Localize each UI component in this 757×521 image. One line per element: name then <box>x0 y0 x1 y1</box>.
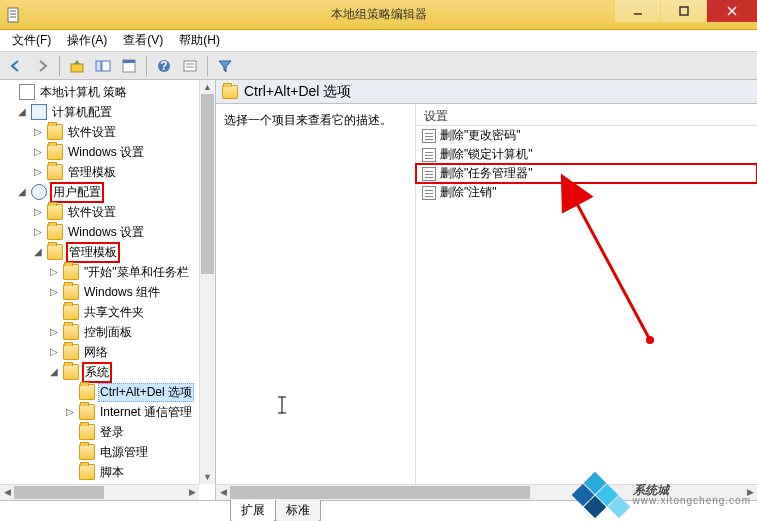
close-button[interactable] <box>707 0 757 22</box>
column-header-setting[interactable]: 设置 <box>416 106 757 126</box>
folder-icon <box>222 85 238 99</box>
tree-label: Internet 通信管理 <box>98 404 194 421</box>
tree-label: 电源管理 <box>98 444 150 461</box>
folder-icon <box>63 304 79 320</box>
folder-icon <box>63 284 79 300</box>
tree-label: 软件设置 <box>66 124 118 141</box>
properties-button[interactable] <box>117 54 141 78</box>
minimize-button[interactable] <box>615 0 660 22</box>
tree-user-config[interactable]: ◢用户配置 <box>0 182 215 202</box>
tree-pane: ▷本地计算机 策略 ◢计算机配置 ▷软件设置 ▷Windows 设置 ▷管理模板… <box>0 80 216 500</box>
tree-control-panel[interactable]: ▷控制面板 <box>0 322 215 342</box>
tree-label: "开始"菜单和任务栏 <box>82 264 191 281</box>
tree-start-taskbar[interactable]: ▷"开始"菜单和任务栏 <box>0 262 215 282</box>
description-prompt: 选择一个项目来查看它的描述。 <box>224 113 392 127</box>
forward-button[interactable] <box>30 54 54 78</box>
folder-icon <box>63 324 79 340</box>
watermark-url: www.xitongcheng.com <box>633 496 752 506</box>
svg-rect-5 <box>680 7 688 15</box>
window-title: 本地组策略编辑器 <box>331 6 427 23</box>
tree-label: 软件设置 <box>66 204 118 221</box>
list-item[interactable]: 删除"注销" <box>416 183 757 202</box>
policy-tree[interactable]: ▷本地计算机 策略 ◢计算机配置 ▷软件设置 ▷Windows 设置 ▷管理模板… <box>0 80 215 484</box>
tree-internet-comm[interactable]: ▷Internet 通信管理 <box>0 402 215 422</box>
tree-computer-config[interactable]: ◢计算机配置 <box>0 102 215 122</box>
tree-horizontal-scrollbar[interactable]: ◀▶ <box>0 484 199 500</box>
tree-label: Windows 组件 <box>82 284 162 301</box>
menu-view[interactable]: 查看(V) <box>115 30 171 51</box>
item-label: 删除"更改密码" <box>440 127 521 144</box>
maximize-button[interactable] <box>661 0 706 22</box>
menu-file[interactable]: 文件(F) <box>4 30 59 51</box>
tree-label: 管理模板 <box>66 242 120 263</box>
options-button[interactable] <box>178 54 202 78</box>
tab-standard[interactable]: 标准 <box>275 500 321 521</box>
list-item-task-manager[interactable]: 删除"任务管理器" <box>416 164 757 183</box>
svg-rect-8 <box>71 64 83 72</box>
folder-icon <box>79 464 95 480</box>
tree-cc-templates[interactable]: ▷管理模板 <box>0 162 215 182</box>
svg-rect-15 <box>184 61 196 71</box>
app-icon <box>6 7 22 23</box>
svg-rect-0 <box>8 8 18 22</box>
tree-logon[interactable]: ▷登录 <box>0 422 215 442</box>
item-label: 删除"注销" <box>440 184 497 201</box>
tree-system[interactable]: ◢系统 <box>0 362 215 382</box>
tree-scripts[interactable]: ▷脚本 <box>0 462 215 482</box>
tree-ctrl-alt-del[interactable]: ▷Ctrl+Alt+Del 选项 <box>0 382 215 402</box>
watermark-logo <box>571 475 627 515</box>
tree-label: 计算机配置 <box>50 104 114 121</box>
filter-button[interactable] <box>213 54 237 78</box>
svg-rect-10 <box>102 61 110 71</box>
tree-win-components[interactable]: ▷Windows 组件 <box>0 282 215 302</box>
tree-label: 脚本 <box>98 464 126 481</box>
folder-icon <box>47 244 63 260</box>
tab-extended[interactable]: 扩展 <box>230 500 276 521</box>
folder-icon <box>63 344 79 360</box>
menu-action[interactable]: 操作(A) <box>59 30 115 51</box>
tree-label: Ctrl+Alt+Del 选项 <box>98 383 194 402</box>
menu-help[interactable]: 帮助(H) <box>171 30 228 51</box>
description-column: 选择一个项目来查看它的描述。 <box>216 104 416 484</box>
svg-rect-12 <box>123 60 135 63</box>
tree-shared-folders[interactable]: ▷共享文件夹 <box>0 302 215 322</box>
tree-cc-software[interactable]: ▷软件设置 <box>0 122 215 142</box>
show-hide-tree-button[interactable] <box>91 54 115 78</box>
tree-label: 共享文件夹 <box>82 304 146 321</box>
tree-label: 网络 <box>82 344 110 361</box>
back-button[interactable] <box>4 54 28 78</box>
tree-label: 控制面板 <box>82 324 134 341</box>
title-bar: 本地组策略编辑器 <box>0 0 757 30</box>
tree-uc-software[interactable]: ▷软件设置 <box>0 202 215 222</box>
folder-icon <box>79 424 95 440</box>
menu-bar: 文件(F) 操作(A) 查看(V) 帮助(H) <box>0 30 757 52</box>
folder-icon <box>79 384 95 400</box>
policy-item-icon <box>422 167 436 181</box>
list-item[interactable]: 删除"更改密码" <box>416 126 757 145</box>
tree-cc-windows[interactable]: ▷Windows 设置 <box>0 142 215 162</box>
policy-item-icon <box>422 186 436 200</box>
policy-icon <box>19 84 35 100</box>
tree-uc-windows[interactable]: ▷Windows 设置 <box>0 222 215 242</box>
up-level-button[interactable] <box>65 54 89 78</box>
item-label: 删除"锁定计算机" <box>440 146 533 163</box>
policy-item-icon <box>422 129 436 143</box>
tree-root[interactable]: ▷本地计算机 策略 <box>0 82 215 102</box>
computer-icon <box>31 104 47 120</box>
user-icon <box>31 184 47 200</box>
tree-network[interactable]: ▷网络 <box>0 342 215 362</box>
watermark: 系统城 www.xitongcheng.com <box>571 475 752 515</box>
main-area: ▷本地计算机 策略 ◢计算机配置 ▷软件设置 ▷Windows 设置 ▷管理模板… <box>0 80 757 501</box>
list-item[interactable]: 删除"锁定计算机" <box>416 145 757 164</box>
tree-power-mgmt[interactable]: ▷电源管理 <box>0 442 215 462</box>
folder-icon <box>63 264 79 280</box>
tree-uc-templates[interactable]: ◢管理模板 <box>0 242 215 262</box>
tree-label: 登录 <box>98 424 126 441</box>
help-button[interactable]: ? <box>152 54 176 78</box>
toolbar: ? <box>0 52 757 80</box>
folder-icon <box>47 144 63 160</box>
tree-label: 本地计算机 策略 <box>38 84 129 101</box>
tree-vertical-scrollbar[interactable]: ▲▼ <box>199 80 215 484</box>
folder-icon <box>47 124 63 140</box>
tree-label: 用户配置 <box>50 182 104 203</box>
